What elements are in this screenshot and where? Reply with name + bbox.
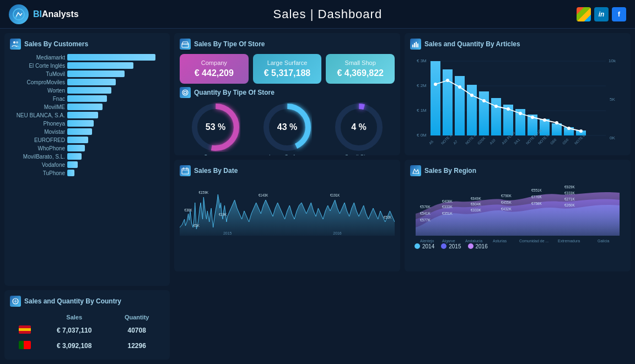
list-item: WhoPhone: [10, 145, 164, 151]
list-item: NEU BLANCA, S.A.: [10, 112, 164, 118]
svg-text:Algarve: Algarve: [442, 239, 455, 243]
svg-point-3: [16, 41, 18, 44]
svg-text:Asturias: Asturias: [493, 239, 507, 243]
svg-point-62: [494, 105, 498, 108]
svg-text:G50: G50: [562, 138, 569, 145]
bar-label: MovilME: [10, 104, 65, 110]
svg-point-61: [482, 99, 486, 102]
flag-icon: [19, 325, 31, 334]
bar-label: MovilBarato, S.L.: [10, 154, 65, 160]
qty-value: 40708: [110, 323, 163, 338]
articles-icon: [410, 39, 421, 50]
svg-text:53 %: 53 %: [206, 122, 225, 132]
store-card-company: Company € 442,209: [180, 54, 249, 84]
bar-fill: [67, 120, 94, 127]
store-card-value: € 442,209: [184, 68, 244, 78]
quantity-title: Quantity By Tipe Of Store: [180, 87, 395, 98]
svg-text:Extremadura: Extremadura: [558, 239, 580, 243]
svg-text:€576K: €576K: [420, 205, 430, 209]
svg-text:10k: 10k: [609, 58, 616, 63]
svg-text:€455K: €455K: [501, 200, 512, 204]
windows-icon[interactable]: [577, 7, 591, 21]
quantity-icon: [180, 87, 191, 98]
linkedin-icon[interactable]: in: [594, 7, 609, 21]
store-cards: Company € 442,209 Large Surfarce € 5,317…: [180, 54, 395, 84]
svg-text:4 %: 4 %: [351, 122, 367, 132]
svg-point-63: [507, 107, 510, 111]
svg-text:€577K: €577K: [420, 218, 430, 222]
bar-label: WhoPhone: [10, 145, 65, 151]
list-item: Mediamarkt: [10, 54, 164, 61]
svg-text:Galicia: Galicia: [598, 239, 610, 243]
list-item: Phoneya: [10, 120, 164, 127]
svg-rect-17: [182, 169, 189, 174]
bar-fill: [67, 104, 103, 110]
donut-label: Company: [191, 154, 240, 155]
svg-text:Alentejo: Alentejo: [420, 239, 434, 243]
svg-text:2016: 2016: [333, 230, 341, 235]
sales-date-title: Sales By Date: [180, 165, 395, 176]
donut-label: Large Surfarce: [262, 154, 312, 155]
svg-rect-31: [416, 42, 417, 47]
table-row: € 3,092,108 12296: [11, 339, 163, 353]
middle-column: Sales By Tipe Of Store Company € 442,209…: [174, 33, 400, 271]
list-item: TuMovil: [10, 70, 164, 77]
bar-label: Movistar: [10, 129, 65, 135]
svg-text:5K: 5K: [610, 97, 615, 102]
svg-text:€5K: €5K: [193, 223, 200, 227]
donut-large-surfarce: 43 % Large Surfarce: [262, 102, 312, 155]
svg-text:€758K: €758K: [531, 202, 542, 205]
dot-2016: [468, 243, 473, 249]
svg-text:€551K: €551K: [531, 188, 542, 192]
bar-label: Vodafone: [10, 162, 65, 168]
svg-text:€432K: €432K: [501, 207, 512, 211]
list-item: Fnac: [10, 95, 164, 102]
flag-icon: [19, 341, 31, 349]
logo-icon: [9, 4, 29, 24]
svg-text:€333K: €333K: [442, 205, 453, 209]
svg-point-66: [543, 118, 546, 122]
donut-label: Small Shop: [334, 154, 384, 155]
svg-point-57: [434, 83, 437, 86]
svg-rect-44: [430, 61, 440, 135]
legend-2014: 2014: [415, 243, 434, 249]
bar-fill: [67, 70, 125, 77]
svg-rect-49: [491, 98, 501, 135]
svg-text:€333K: €333K: [564, 191, 575, 195]
svg-text:€ 3M: € 3M: [417, 58, 427, 63]
customers-bar-chart: Mediamarkt El Corte Inglés TuMovil Compr…: [10, 54, 164, 176]
svg-point-1: [15, 16, 17, 18]
svg-text:A10: A10: [489, 138, 496, 145]
list-item: TuPhone: [10, 170, 164, 176]
customers-panel: Sales By Customers Mediamarkt El Corte I…: [4, 33, 170, 286]
articles-chart: € 3M € 2M € 1M € 0M 10k 5K 0K: [410, 54, 625, 155]
bar-label: EUROFRED: [10, 137, 65, 143]
region-chart: €576K €541K €577K €408K €333K €351K €649…: [410, 181, 625, 244]
svg-text:Andalucía: Andalucía: [465, 239, 482, 243]
page-title: Sales | Dashboard: [273, 7, 383, 21]
svg-text:€649K: €649K: [471, 197, 481, 200]
country-icon: [10, 296, 21, 307]
svg-text:43 %: 43 %: [277, 122, 297, 132]
svg-point-65: [531, 116, 534, 119]
svg-rect-30: [414, 43, 415, 47]
sales-date-panel: Sales By Date €38K €5K €1: [174, 160, 400, 271]
facebook-icon[interactable]: f: [612, 7, 626, 21]
sales-value: € 3,092,108: [39, 339, 109, 353]
svg-text:€271K: €271K: [564, 197, 575, 201]
svg-text:0K: 0K: [610, 135, 615, 140]
svg-point-58: [446, 79, 449, 82]
svg-point-67: [555, 121, 558, 124]
logo-text: BIAnalysts: [33, 9, 79, 19]
store-type-panel: Sales By Tipe Of Store Company € 442,209…: [174, 33, 400, 155]
country-table: Sales Quantity € 7,037,110 40708 € 3,092…: [10, 311, 164, 354]
bar-label: TuPhone: [10, 170, 65, 176]
bar-fill: [67, 95, 107, 102]
bar-label: Phoneya: [10, 121, 65, 127]
svg-point-7: [184, 91, 187, 94]
svg-text:€790K: €790K: [501, 194, 512, 198]
bar-fill: [67, 145, 85, 151]
donut-svg: 43 %: [262, 102, 312, 152]
social-links: in f: [577, 7, 626, 21]
bar-fill: [67, 62, 133, 69]
